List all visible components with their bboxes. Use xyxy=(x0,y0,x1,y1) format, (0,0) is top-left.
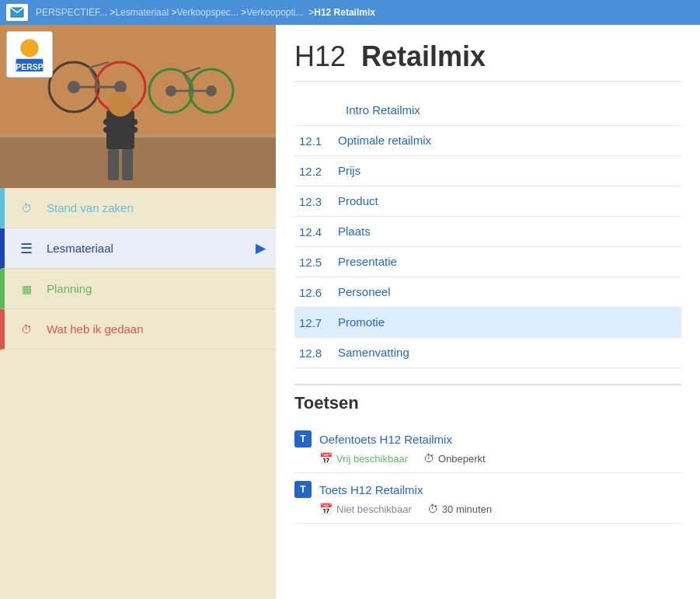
chapter-row-121: 12.1 Optimale retailmix xyxy=(294,126,681,156)
toets-badge-oefentoets: T xyxy=(294,430,312,448)
chapter-row-intro: Intro Retailmix xyxy=(294,96,681,126)
svg-rect-24 xyxy=(122,149,133,180)
toets-link-h12[interactable]: Toets H12 Retailmix xyxy=(319,483,423,496)
chapter-num-125: 12.5 xyxy=(294,247,333,277)
chapter-link-122[interactable]: Prijs xyxy=(338,164,360,177)
sidebar-item-standvanzaken[interactable]: ⏱ Stand van zaken xyxy=(0,188,276,228)
content-area: H12 Retailmix Intro Retailmix 12.1 Optim… xyxy=(276,25,700,599)
toets-h12: T Toets H12 Retailmix 📅 Niet beschikbaar… xyxy=(294,473,681,524)
watgedaan-icon: ⏱ xyxy=(16,319,37,340)
toets-meta-tijd-h12: ⏱ 30 minuten xyxy=(427,503,492,515)
svg-rect-2 xyxy=(0,134,276,188)
lesmateriaal-arrow: ▶ xyxy=(256,241,265,256)
sidebar-hero-image: PERSP xyxy=(0,25,276,188)
clock-icon-h12: ⏱ xyxy=(427,503,438,515)
chapter-link-intro[interactable]: Intro Retailmix xyxy=(338,103,420,117)
sidebar: PERSP ⏱ Stand van zaken ☰ Lesmateriaal ▶ xyxy=(0,25,276,599)
chapter-row-123: 12.3 Product xyxy=(294,186,681,217)
chapter-link-123[interactable]: Product xyxy=(338,194,378,207)
chapter-num-intro xyxy=(294,96,333,126)
sidebar-menu: ⏱ Stand van zaken ☰ Lesmateriaal ▶ ▦ Pla… xyxy=(0,188,276,350)
toets-tijd-h12: 30 minuten xyxy=(442,503,492,515)
toets-badge-h12: T xyxy=(294,481,312,498)
calendar-icon-oefentoets: 📅 xyxy=(319,452,333,465)
toets-meta-beschikbaar-oefentoets: 📅 Vrij beschikbaar xyxy=(319,452,408,465)
chapter-link-121[interactable]: Optimale retailmix xyxy=(338,134,431,147)
toetsen-heading: Toetsen xyxy=(294,384,681,413)
toets-link-oefentoets[interactable]: Oefentoets H12 Retailmix xyxy=(319,433,452,446)
page-title: H12 Retailmix xyxy=(294,40,681,82)
svg-point-20 xyxy=(108,92,133,117)
chapter-link-128[interactable]: Samenvatting xyxy=(338,346,409,359)
chapter-row-122: 12.2 Prijs xyxy=(294,156,681,186)
chapter-num-123: 12.3 xyxy=(294,186,333,217)
standvanzaken-icon: ⏱ xyxy=(16,197,37,219)
standvanzaken-label: Stand van zaken xyxy=(47,201,265,214)
chapter-row-128: 12.8 Samenvatting xyxy=(294,338,681,368)
toets-oefentoets: T Oefentoets H12 Retailmix 📅 Vrij beschi… xyxy=(294,423,681,473)
chapter-num-122: 12.2 xyxy=(294,156,333,186)
breadcrumb-logo xyxy=(6,4,28,21)
toets-meta-h12: 📅 Niet beschikbaar ⏱ 30 minuten xyxy=(294,503,681,515)
chapter-link-125[interactable]: Presentatie xyxy=(338,255,397,268)
sidebar-item-lesmateriaal[interactable]: ☰ Lesmateriaal ▶ xyxy=(0,228,276,269)
clock-icon-oefentoets: ⏱ xyxy=(423,452,434,465)
toets-meta-oefentoets: 📅 Vrij beschikbaar ⏱ Onbeperkt xyxy=(294,452,681,465)
chapter-num-128: 12.8 xyxy=(294,338,333,368)
breadcrumb-text: PERSPECTIEF... >Lesmateriaal >Verkoopspe… xyxy=(36,7,375,18)
toets-tijd-oefentoets: Onbeperkt xyxy=(438,453,486,465)
chapter-num-124: 12.4 xyxy=(294,217,333,247)
toets-meta-beschikbaar-h12: 📅 Niet beschikbaar xyxy=(319,503,412,515)
chapter-num-121: 12.1 xyxy=(294,126,333,156)
toets-meta-tijd-oefentoets: ⏱ Onbeperkt xyxy=(423,452,486,465)
sidebar-item-planning[interactable]: ▦ Planning xyxy=(0,269,276,309)
chapter-row-125: 12.5 Presentatie xyxy=(294,247,681,277)
chapter-row-126: 12.6 Personeel xyxy=(294,277,681,308)
planning-label: Planning xyxy=(47,282,265,295)
chapter-row-127: 12.7 Promotie xyxy=(294,308,681,338)
lesmateriaal-icon: ☰ xyxy=(16,238,37,259)
toets-beschikbaar-oefentoets: Vrij beschikbaar xyxy=(336,453,408,465)
svg-point-26 xyxy=(20,39,38,57)
chapter-link-127[interactable]: Promotie xyxy=(338,315,385,329)
chapter-link-124[interactable]: Plaats xyxy=(338,225,371,238)
planning-icon: ▦ xyxy=(16,278,37,300)
sidebar-logo: PERSP xyxy=(6,31,53,78)
chapter-list: Intro Retailmix 12.1 Optimale retailmix … xyxy=(294,96,681,368)
chapter-link-126[interactable]: Personeel xyxy=(338,285,391,298)
chapter-row-124: 12.4 Plaats xyxy=(294,217,681,247)
chapter-num-126: 12.6 xyxy=(294,277,333,308)
calendar-icon-h12: 📅 xyxy=(319,503,333,515)
watgedaan-label: Wat heb ik gedaan xyxy=(47,322,265,336)
sidebar-item-watgedaan[interactable]: ⏱ Wat heb ik gedaan xyxy=(0,309,276,350)
svg-rect-23 xyxy=(108,149,119,180)
breadcrumb-bar: PERSPECTIEF... >Lesmateriaal >Verkoopspe… xyxy=(0,0,700,25)
toets-beschikbaar-h12: Niet beschikbaar xyxy=(336,503,412,515)
svg-text:PERSP: PERSP xyxy=(16,63,43,71)
lesmateriaal-label: Lesmateriaal xyxy=(47,242,246,255)
chapter-num-127: 12.7 xyxy=(294,308,333,338)
